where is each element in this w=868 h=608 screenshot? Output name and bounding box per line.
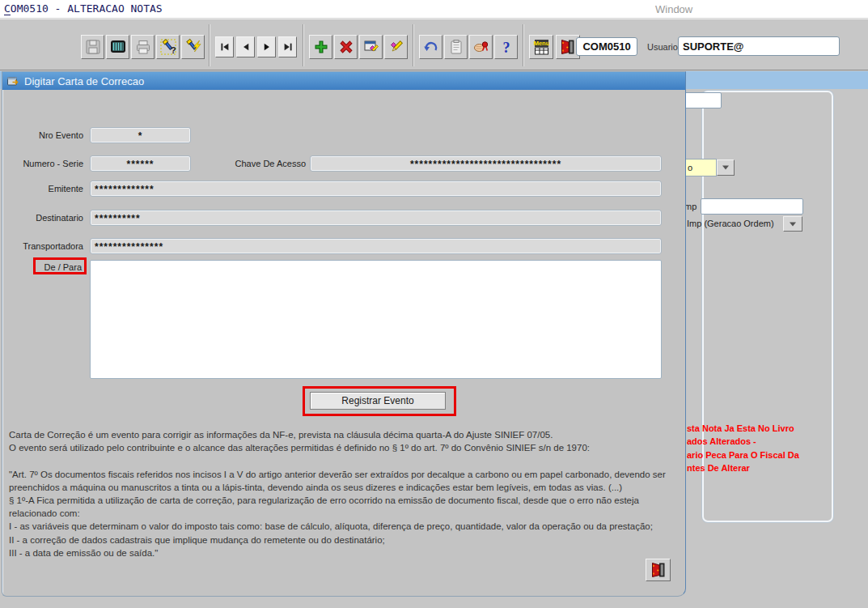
- menu-item-window[interactable]: Window: [655, 3, 692, 15]
- info-line: Carta de Correção é um evento para corri…: [9, 428, 684, 441]
- geracao-combo-arrow[interactable]: [783, 216, 802, 232]
- emitente-label: Emitente: [2, 184, 83, 193]
- svg-text:Menu: Menu: [533, 40, 549, 47]
- form-window-icon: [6, 74, 19, 87]
- menu-button[interactable]: Menu: [529, 35, 553, 59]
- enter-query-icon: ?: [159, 38, 177, 56]
- exit-door-icon: [650, 561, 667, 579]
- warning-line: ntes De Alterar: [687, 461, 849, 474]
- chave-acesso-label: Chave De Acesso: [225, 159, 306, 168]
- exit-door-icon: [559, 38, 577, 56]
- previous-record-button[interactable]: [236, 36, 255, 57]
- imp-field[interactable]: [701, 198, 803, 215]
- chevron-down-icon: [722, 164, 730, 171]
- dialog-titlebar[interactable]: Digitar Carta de Correcao: [2, 72, 685, 90]
- transportadora-field[interactable]: ***************: [90, 238, 662, 254]
- toolbar-separator: [523, 24, 524, 66]
- user-input[interactable]: [678, 36, 840, 56]
- screen-button[interactable]: [106, 35, 129, 59]
- nro-evento-label: Nro Evento: [2, 130, 83, 140]
- previous-record-icon: [239, 40, 252, 53]
- paste-button[interactable]: [444, 35, 468, 59]
- edit-record-button[interactable]: [359, 35, 383, 59]
- nro-evento-field[interactable]: *: [90, 127, 191, 143]
- last-record-icon: [282, 40, 294, 53]
- clear-record-button[interactable]: [384, 35, 408, 59]
- chave-acesso-field[interactable]: *********************************: [310, 155, 662, 172]
- info-line: [9, 454, 684, 467]
- info-line: I - as variáveis que determinam o valor …: [9, 520, 684, 533]
- toolbar-separator: [209, 24, 210, 66]
- emitente-field[interactable]: *************: [90, 181, 662, 197]
- print-button[interactable]: [131, 35, 155, 59]
- numero-serie-label: Numero - Serie: [2, 159, 83, 168]
- help-icon: ?: [498, 38, 515, 56]
- save-button[interactable]: [81, 35, 104, 59]
- carta-correcao-dialog: Digitar Carta de Correcao Nro Evento * N…: [2, 71, 686, 597]
- info-line: III - a data de emissão ou de saída.": [9, 546, 684, 559]
- save-icon: [84, 38, 102, 56]
- delete-record-icon: [337, 38, 355, 56]
- dialog-exit-button[interactable]: [646, 559, 671, 581]
- warning-line: ados Alterados -: [687, 435, 849, 448]
- info-line: relacionado com:: [9, 507, 684, 520]
- next-record-button[interactable]: [257, 36, 276, 57]
- destinatario-field[interactable]: **********: [90, 210, 662, 226]
- undo-icon: [422, 38, 440, 56]
- insert-record-icon: [312, 38, 330, 56]
- carta-correcao-info-text: Carta de Correção é um evento para corri…: [9, 428, 684, 559]
- help-button[interactable]: ?: [494, 35, 518, 59]
- svg-text:?: ?: [171, 45, 176, 55]
- info-line: preenchidos a máquina ou manuscritos a t…: [9, 481, 684, 494]
- edit-record-icon: [362, 38, 380, 56]
- info-line: II - a correção de dados cadastrais que …: [9, 534, 684, 546]
- info-line: O evento será utilizado pelo contribuint…: [9, 441, 684, 454]
- screen-icon: [109, 38, 127, 56]
- execute-query-button[interactable]: [181, 35, 205, 59]
- info-line: § 1º-A Fica permitida a utilização de ca…: [9, 494, 684, 507]
- numero-serie-field[interactable]: ******: [90, 155, 191, 172]
- geracao-combo-value[interactable]: Imp (Geracao Ordem): [687, 219, 774, 228]
- program-code-box: COM0510: [576, 37, 637, 56]
- hand-seal-icon: [472, 38, 490, 56]
- chevron-down-icon: [789, 221, 797, 227]
- first-record-icon: [218, 40, 231, 53]
- de-para-label: De / Para: [2, 262, 82, 272]
- paste-icon: [447, 38, 465, 56]
- toolbar: ?: [0, 19, 868, 70]
- user-label: Usuario: [647, 42, 678, 52]
- first-record-button[interactable]: [215, 36, 234, 57]
- enter-query-button[interactable]: ?: [156, 35, 180, 59]
- de-para-textarea[interactable]: [90, 260, 662, 379]
- toolbar-separator: [413, 24, 414, 66]
- svg-text:?: ?: [502, 40, 510, 56]
- warning-line: ario Peca Para O Fiscal Da: [687, 449, 849, 461]
- undo-button[interactable]: [419, 35, 442, 59]
- warning-line: sta Nota Ja Esta No Livro: [687, 422, 849, 435]
- clear-record-icon: [387, 38, 405, 56]
- toolbar-separator: [303, 24, 304, 66]
- last-record-button[interactable]: [278, 36, 297, 57]
- destinatario-label: Destinatario: [2, 213, 83, 223]
- status-combo-arrow[interactable]: [717, 159, 735, 176]
- delete-record-button[interactable]: [334, 35, 358, 59]
- registrar-evento-button[interactable]: Registrar Evento: [310, 392, 446, 410]
- hand-seal-button[interactable]: [469, 35, 493, 59]
- dialog-title: Digitar Carta de Correcao: [24, 75, 144, 87]
- window-title: COM0510 - ALTERACAO NOTAS: [4, 2, 163, 15]
- menu-bar: COM0510 - ALTERACAO NOTAS Window: [0, 0, 868, 19]
- transportadora-label: Transportadora: [2, 241, 83, 251]
- imp-label-fragment: mp: [684, 202, 697, 211]
- print-icon: [134, 38, 152, 56]
- execute-query-icon: [184, 38, 202, 56]
- warning-text: sta Nota Ja Esta No Livroados Alterados …: [687, 422, 849, 475]
- info-line: "Art. 7º Os documentos fiscais referidos…: [9, 468, 684, 481]
- insert-record-button[interactable]: [309, 35, 332, 59]
- menu-icon: Menu: [532, 38, 551, 57]
- next-record-icon: [260, 40, 273, 53]
- application-window: COM0510 - ALTERACAO NOTAS Window ?: [0, 0, 868, 608]
